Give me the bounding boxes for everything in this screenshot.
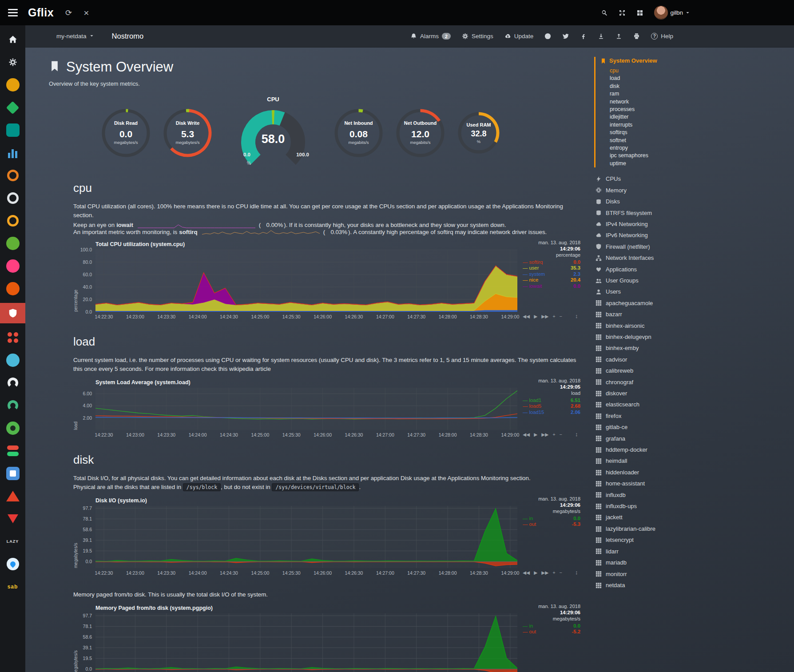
nav-item-calibreweb[interactable]: calibreweb bbox=[594, 365, 794, 376]
app-shortcut-active-shield[interactable] bbox=[0, 303, 25, 323]
nav-item-hddtemp-docker[interactable]: hddtemp-docker bbox=[594, 444, 794, 455]
chart-play-button[interactable]: ▶ bbox=[534, 570, 537, 575]
chart-plot-area[interactable] bbox=[95, 613, 517, 672]
legend-item-nice[interactable]: — nice20.4 bbox=[523, 277, 580, 283]
app-shortcut-orange-circle[interactable] bbox=[0, 76, 25, 93]
nav-subitem-entropy[interactable]: entropy bbox=[610, 144, 794, 152]
legend-item-out[interactable]: — out-5.3 bbox=[523, 521, 580, 528]
menu-item-twitter[interactable] bbox=[562, 33, 569, 40]
legend-item-system[interactable]: — system2.3 bbox=[523, 271, 580, 278]
nav-subitem-network[interactable]: network bbox=[610, 98, 794, 106]
app-shortcut-lazylibrarian[interactable]: LAZY bbox=[0, 533, 25, 550]
nav-item-influxdb-ups[interactable]: influxdb-ups bbox=[594, 501, 794, 512]
app-shortcut-emby-circle[interactable] bbox=[0, 420, 25, 437]
legend-item-softirq[interactable]: — softirq0.0 bbox=[523, 259, 580, 266]
nav-item-diskover[interactable]: diskover bbox=[594, 388, 794, 399]
app-shortcut-green-diamond[interactable] bbox=[0, 99, 25, 116]
chart-rewind-button[interactable]: ◀◀ bbox=[523, 432, 530, 437]
chart-plot-area[interactable] bbox=[95, 250, 517, 312]
chart-zoom-out-button[interactable]: − bbox=[560, 432, 562, 437]
refresh-icon[interactable]: ⟳ bbox=[65, 9, 72, 17]
app-shortcut-sabnzbd[interactable]: sab bbox=[0, 578, 25, 595]
menu-item-upload[interactable] bbox=[615, 33, 622, 40]
nav-item-applications[interactable]: Applications bbox=[594, 264, 794, 275]
chart-zoom-in-button[interactable]: + bbox=[552, 570, 555, 575]
nav-item-disks[interactable]: Disks bbox=[594, 196, 794, 207]
app-shortcut-red-arrow[interactable] bbox=[0, 510, 25, 527]
legend-item-load15[interactable]: — load152.06 bbox=[523, 410, 580, 416]
hamburger-menu-icon[interactable] bbox=[0, 0, 25, 25]
nav-item-cadvisor[interactable]: cadvisor bbox=[594, 354, 794, 365]
app-shortcut-blue-bars[interactable] bbox=[0, 144, 25, 161]
chart-zoom-in-button[interactable]: + bbox=[552, 432, 555, 437]
nav-item-memory[interactable]: Memory bbox=[594, 185, 794, 196]
chart-forward-button[interactable]: ▶▶ bbox=[541, 570, 548, 575]
nav-subitem-softirqs[interactable]: softirqs bbox=[610, 129, 794, 136]
nav-item-home-assistant[interactable]: home-assistant bbox=[594, 478, 794, 489]
app-shortcut-pink-circle[interactable] bbox=[0, 258, 25, 274]
app-shortcut-red-dots[interactable] bbox=[0, 329, 25, 346]
app-shortcut-white-ring[interactable] bbox=[0, 190, 25, 207]
chart-zoom-out-button[interactable]: − bbox=[560, 570, 562, 575]
chart-rewind-button[interactable]: ◀◀ bbox=[523, 314, 530, 319]
legend-item-load1[interactable]: — load16.51 bbox=[523, 398, 580, 404]
chart-forward-button[interactable]: ▶▶ bbox=[541, 314, 548, 319]
chart-resize-handle[interactable]: ↕ bbox=[575, 569, 578, 576]
nav-item-grafana[interactable]: grafana bbox=[594, 433, 794, 444]
app-shortcut-green-horseshoe[interactable] bbox=[0, 397, 25, 414]
nav-item-mariadb[interactable]: mariadb bbox=[594, 557, 794, 568]
chart-resize-handle[interactable]: ↕ bbox=[575, 431, 578, 437]
menu-item-alarms[interactable]: Alarms2 bbox=[410, 33, 451, 40]
search-icon[interactable] bbox=[601, 9, 608, 16]
gauge-cpu[interactable]: CPU58.00.0100.0% bbox=[231, 96, 315, 170]
legend-item-in[interactable]: — in0.0 bbox=[523, 516, 580, 522]
nav-subitem-idlejitter[interactable]: idlejitter bbox=[610, 113, 794, 121]
nav-item-chronograf[interactable]: chronograf bbox=[594, 377, 794, 388]
nav-subitem-cpu[interactable]: cpu bbox=[610, 67, 794, 75]
nav-subitem-ram[interactable]: ram bbox=[610, 90, 794, 98]
app-shortcut-orange-ring[interactable] bbox=[0, 167, 25, 184]
nav-subitem-softnet[interactable]: softnet bbox=[610, 137, 794, 144]
server-dropdown[interactable]: my-netdata bbox=[56, 33, 94, 40]
legend-item-user[interactable]: — user35.3 bbox=[523, 265, 580, 271]
gauge-disk-write[interactable]: Disk Write5.3megabytes/s bbox=[162, 107, 213, 159]
app-shortcut-flame-circle[interactable] bbox=[0, 280, 25, 297]
nav-item-network-interfaces[interactable]: Network Interfaces bbox=[594, 252, 794, 263]
nav-item-heimdall[interactable]: heimdall bbox=[594, 455, 794, 466]
nav-item-bazarr[interactable]: bazarr bbox=[594, 309, 794, 320]
nav-item-firefox[interactable]: firefox bbox=[594, 410, 794, 421]
menu-item-facebook[interactable] bbox=[580, 33, 587, 40]
nav-subitem-interrupts[interactable]: interrupts bbox=[610, 121, 794, 129]
nav-item-influxdb[interactable]: influxdb bbox=[594, 489, 794, 501]
nav-item-binhex-emby[interactable]: binhex-emby bbox=[594, 342, 794, 354]
menu-item-settings[interactable]: Settings bbox=[462, 33, 493, 40]
app-shortcut-green-circle[interactable] bbox=[0, 235, 25, 252]
nav-item-binhex-delugevpn[interactable]: binhex-delugevpn bbox=[594, 331, 794, 342]
gauge-disk-read[interactable]: Disk Read0.0megabytes/s bbox=[100, 107, 151, 159]
gauge-net-inbound[interactable]: Net Inbound0.08megabits/s bbox=[333, 107, 384, 159]
nav-item-jackett[interactable]: jackett bbox=[594, 512, 794, 523]
menu-item-github[interactable] bbox=[544, 33, 551, 40]
nav-item-ipv4-networking[interactable]: IPv4 Networking bbox=[594, 219, 794, 230]
chart-rewind-button[interactable]: ◀◀ bbox=[523, 570, 530, 575]
menu-item-print[interactable] bbox=[633, 33, 640, 40]
legend-item-load5[interactable]: — load52.68 bbox=[523, 403, 580, 410]
chart-zoom-out-button[interactable]: − bbox=[560, 314, 562, 319]
app-shortcut-blue-window[interactable] bbox=[0, 465, 25, 482]
nav-subitem-ipc-semaphores[interactable]: ipc semaphores bbox=[610, 152, 794, 159]
chart-forward-button[interactable]: ▶▶ bbox=[541, 432, 548, 437]
server-dropdown-label[interactable]: my-netdata bbox=[56, 33, 87, 40]
close-icon[interactable]: × bbox=[83, 8, 89, 17]
legend-item-in[interactable]: — in0.0 bbox=[523, 623, 580, 629]
nav-item-monitorr[interactable]: monitorr bbox=[594, 569, 794, 580]
nav-item-users[interactable]: Users bbox=[594, 286, 794, 297]
nav-subitem-processes[interactable]: processes bbox=[610, 106, 794, 113]
menu-item-help[interactable]: ?Help bbox=[651, 33, 673, 40]
chart-play-button[interactable]: ▶ bbox=[534, 314, 537, 319]
app-shortcut-amber-ring[interactable] bbox=[0, 212, 25, 229]
menu-item-download[interactable] bbox=[598, 33, 604, 40]
nav-item-cpus[interactable]: CPUs bbox=[594, 173, 794, 184]
legend-item-out[interactable]: — out-5.2 bbox=[523, 629, 580, 635]
nav-item-ipv6-networking[interactable]: IPv6 Networking bbox=[594, 230, 794, 241]
gauge-used-ram[interactable]: Used RAM32.8% bbox=[457, 111, 501, 155]
